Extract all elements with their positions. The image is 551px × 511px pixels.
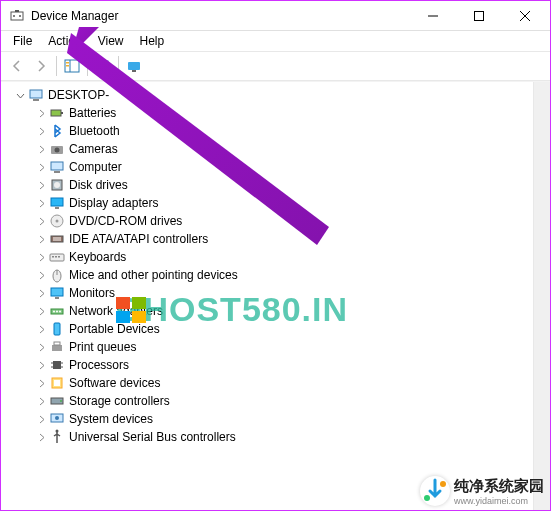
svg-rect-10 <box>66 62 69 64</box>
collapse-icon[interactable] <box>14 89 26 101</box>
expand-icon[interactable] <box>35 215 47 227</box>
expand-icon[interactable] <box>35 431 47 443</box>
toolbar: ? <box>1 51 550 81</box>
expand-icon[interactable] <box>35 197 47 209</box>
tree-node-display[interactable]: Display adapters <box>3 194 550 212</box>
svg-rect-62 <box>116 311 130 323</box>
tree-node-printer[interactable]: Print queues <box>3 338 550 356</box>
tree-node-label: Batteries <box>69 106 116 120</box>
tree-node-dvd[interactable]: DVD/CD-ROM drives <box>3 212 550 230</box>
expand-icon[interactable] <box>35 107 47 119</box>
tree-node-network[interactable]: Network adapters <box>3 302 550 320</box>
svg-point-44 <box>59 311 61 313</box>
tree-root-label: DESKTOP- <box>48 88 109 102</box>
svg-point-58 <box>55 416 59 420</box>
expand-icon[interactable] <box>35 179 47 191</box>
svg-rect-39 <box>51 288 63 296</box>
expand-icon[interactable] <box>35 143 47 155</box>
expand-icon[interactable] <box>35 287 47 299</box>
tree-node-label: Keyboards <box>69 250 126 264</box>
back-button[interactable] <box>5 54 29 78</box>
svg-rect-48 <box>53 361 61 369</box>
tree-node-label: DVD/CD-ROM drives <box>69 214 182 228</box>
svg-rect-45 <box>54 323 60 335</box>
maximize-button[interactable] <box>456 1 502 31</box>
tree-node-cpu[interactable]: Processors <box>3 356 550 374</box>
expand-icon[interactable] <box>35 251 47 263</box>
svg-rect-27 <box>55 207 59 209</box>
tree-node-software[interactable]: Software devices <box>3 374 550 392</box>
usb-icon <box>49 429 65 445</box>
monitor-icon <box>49 285 65 301</box>
close-button[interactable] <box>502 1 548 31</box>
tree-node-portable[interactable]: Portable Devices <box>3 320 550 338</box>
tree-node-storage[interactable]: Storage controllers <box>3 392 550 410</box>
svg-point-2 <box>13 15 15 17</box>
tree-node-label: Computer <box>69 160 122 174</box>
tree-node-keyboard[interactable]: Keyboards <box>3 248 550 266</box>
tree-root[interactable]: DESKTOP- <box>3 86 550 104</box>
tree-node-disk[interactable]: Disk drives <box>3 176 550 194</box>
expand-icon[interactable] <box>35 377 47 389</box>
scrollbar-vertical[interactable] <box>533 82 550 510</box>
svg-point-21 <box>55 148 60 153</box>
svg-point-66 <box>440 481 446 487</box>
tree-node-computer[interactable]: Computer <box>3 158 550 176</box>
svg-rect-35 <box>55 256 57 258</box>
menubar: File Action View Help <box>1 31 550 51</box>
svg-text:?: ? <box>100 61 105 70</box>
tree-node-ide[interactable]: IDE ATA/ATAPI controllers <box>3 230 550 248</box>
tree-node-bluetooth[interactable]: Bluetooth <box>3 122 550 140</box>
menu-view[interactable]: View <box>90 32 132 50</box>
svg-rect-34 <box>52 256 54 258</box>
portable-icon <box>49 321 65 337</box>
menu-file[interactable]: File <box>5 32 40 50</box>
tree-node-monitor[interactable]: Monitors <box>3 284 550 302</box>
bluetooth-icon <box>49 123 65 139</box>
attribution-title: 纯净系统家园 <box>454 477 544 496</box>
svg-rect-5 <box>475 11 484 20</box>
tree-node-label: Display adapters <box>69 196 158 210</box>
tree-node-camera[interactable]: Cameras <box>3 140 550 158</box>
expand-icon[interactable] <box>35 395 47 407</box>
svg-rect-1 <box>15 10 19 12</box>
tree-node-mouse[interactable]: Mice and other pointing devices <box>3 266 550 284</box>
expand-icon[interactable] <box>35 413 47 425</box>
menu-help[interactable]: Help <box>132 32 173 50</box>
expand-icon[interactable] <box>35 305 47 317</box>
expand-icon[interactable] <box>35 125 47 137</box>
expand-icon[interactable] <box>35 341 47 353</box>
tree-node-label: Software devices <box>69 376 160 390</box>
expand-icon[interactable] <box>35 359 47 371</box>
svg-rect-23 <box>54 171 60 173</box>
minimize-button[interactable] <box>410 1 456 31</box>
forward-button[interactable] <box>29 54 53 78</box>
tree-node-label: System devices <box>69 412 153 426</box>
tree-node-battery[interactable]: Batteries <box>3 104 550 122</box>
expand-icon[interactable] <box>35 269 47 281</box>
help-button[interactable]: ? <box>91 54 115 78</box>
tree-node-usb[interactable]: Universal Serial Bus controllers <box>3 428 550 446</box>
svg-rect-61 <box>132 297 146 309</box>
expand-icon[interactable] <box>35 161 47 173</box>
tree-node-system[interactable]: System devices <box>3 410 550 428</box>
scan-hardware-button[interactable] <box>122 54 146 78</box>
svg-rect-0 <box>11 12 23 20</box>
tree-node-label: Mice and other pointing devices <box>69 268 238 282</box>
show-hide-tree-button[interactable] <box>60 54 84 78</box>
cpu-icon <box>49 357 65 373</box>
expand-icon[interactable] <box>35 233 47 245</box>
svg-point-59 <box>56 430 59 433</box>
content-pane: DESKTOP- BatteriesBluetoothCamerasComput… <box>1 81 550 510</box>
menu-action[interactable]: Action <box>40 32 89 50</box>
tree-node-label: Monitors <box>69 286 115 300</box>
attribution-url: www.yidaimei.com <box>454 496 544 506</box>
svg-point-42 <box>53 311 55 313</box>
svg-rect-47 <box>54 342 60 345</box>
software-icon <box>49 375 65 391</box>
svg-rect-63 <box>132 311 146 323</box>
tree-node-label: Storage controllers <box>69 394 170 408</box>
svg-rect-26 <box>51 198 63 206</box>
network-icon <box>49 303 65 319</box>
expand-icon[interactable] <box>35 323 47 335</box>
